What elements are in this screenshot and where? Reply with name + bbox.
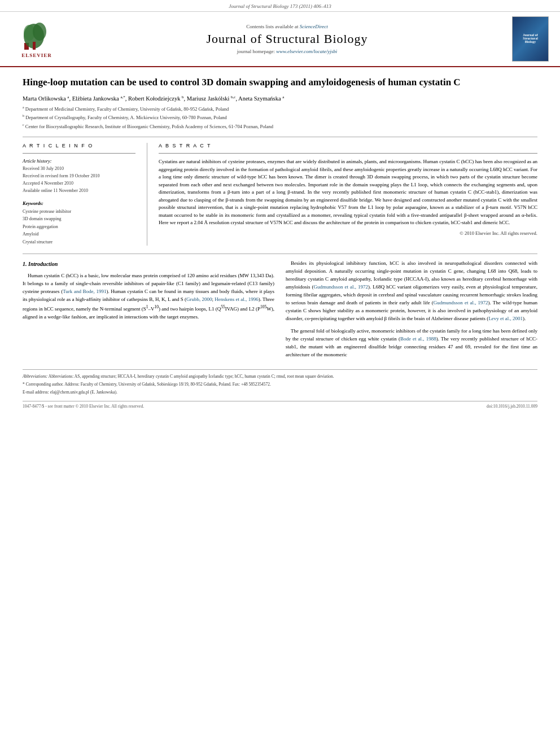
intro-right-paragraph-2: The general fold of biologically active,… <box>286 327 537 359</box>
article-history-label: Article history: <box>23 158 135 164</box>
authors-line: Marta Orlikowska a, Elżbieta Jankowska a… <box>23 94 537 102</box>
author-jankowska: Elżbieta Jankowska a,*, <box>72 95 127 102</box>
sciencedirect-link[interactable]: ScienceDirect <box>300 24 328 29</box>
svg-point-3 <box>33 23 46 41</box>
ref-grubb-2000[interactable]: Grubb, 2000 <box>186 296 212 302</box>
journal-cover-image: Journal ofStructuralBiology <box>512 16 549 62</box>
section-title: Introduction <box>28 261 58 267</box>
sciencedirect-line: Contents lists available at ScienceDirec… <box>70 24 504 29</box>
elsevier-brand-text: ELSEVIER <box>21 53 52 58</box>
abbreviations-text: Abbreviations: AS, appending structure; … <box>49 374 334 379</box>
keyword-5: Crystal structure <box>23 238 135 246</box>
keywords-section: Keywords: Cysteine protease inhibitor 3D… <box>23 200 135 246</box>
corresponding-text: * Corresponding author. Address: Faculty… <box>23 382 271 387</box>
intro-section: 1. Introduction Human cystatin C (hCC) i… <box>23 260 537 363</box>
ref-levy-2001[interactable]: Levy et al., 2001 <box>488 316 523 321</box>
abstract-heading: A B S T R A C T <box>159 143 537 148</box>
accepted-date: Accepted 4 November 2010 <box>23 180 135 187</box>
keywords-label: Keywords: <box>23 200 135 206</box>
article-info-column: A R T I C L E I N F O Article history: R… <box>23 143 135 246</box>
keyword-3: Protein aggregation <box>23 223 135 231</box>
cover-title: Journal ofStructuralBiology <box>523 33 538 43</box>
affiliation-b-text: Department of Crystallography, Faculty o… <box>25 115 227 120</box>
copyright-line: © 2010 Elsevier Inc. All rights reserved… <box>159 230 537 236</box>
author-orlikowska: Marta Orlikowska a, <box>23 95 71 102</box>
doi-line: doi:10.1016/j.jsb.2010.11.009 <box>487 404 537 409</box>
author-kolodziejczyk: Robert Kołodziejczyk b, <box>128 95 185 102</box>
vertical-divider <box>147 143 147 246</box>
ref-henskens[interactable]: Henskens et al., 1996 <box>215 296 258 302</box>
affiliation-b: b Department of Crystallography, Faculty… <box>23 113 537 121</box>
article-title: Hinge-loop mutation can be used to contr… <box>23 76 537 89</box>
homepage-link[interactable]: www.elsevier.com/locate/yjsbi <box>276 49 337 54</box>
footnote-abbreviations: Abbreviations: Abbreviations: AS, append… <box>23 373 537 379</box>
ref-gudmundsson-1972a[interactable]: Gudmundsson et al., 1972 <box>314 284 368 290</box>
author-szymanska: Aneta Szymańska a <box>238 95 284 102</box>
svg-rect-4 <box>33 42 36 50</box>
footnotes-area: Abbreviations: Abbreviations: AS, append… <box>23 369 537 396</box>
page-wrapper: Journal of Structural Biology 173 (2011)… <box>0 0 560 747</box>
divider-after-affiliations <box>23 137 537 137</box>
affiliation-a-text: Department of Medicinal Chemistry, Facul… <box>25 106 229 111</box>
abstract-column: A B S T R A C T Cystatins are natural in… <box>159 143 537 246</box>
author-jaskolski: Mariusz Jaskólski b,c, <box>187 95 237 102</box>
ref-turk-bode[interactable]: Turk and Bode, 1991 <box>63 289 106 294</box>
section-number: 1. <box>23 261 27 267</box>
elsevier-logo: ELSEVIER <box>11 20 62 58</box>
journal-reference: Journal of Structural Biology 173 (2011)… <box>229 3 331 9</box>
journal-header: ELSEVIER Contents lists available at Sci… <box>0 12 560 67</box>
email-text: E-mail address: elaj@chem.univ.gda.pl (E… <box>23 390 117 395</box>
article-info-abstract-row: A R T I C L E I N F O Article history: R… <box>23 143 537 246</box>
abstract-text: Cystatins are natural inhibitors of cyst… <box>159 158 537 227</box>
bottom-bar: 1047-8477/$ - see front matter © 2010 El… <box>23 401 537 409</box>
elsevier-tree-icon <box>21 20 53 51</box>
top-bar: Journal of Structural Biology 173 (2011)… <box>0 0 560 12</box>
issn-line: 1047-8477/$ - see front matter © 2010 El… <box>23 404 144 409</box>
available-date: Available online 11 November 2010 <box>23 187 135 195</box>
journal-homepage-line: journal homepage: www.elsevier.com/locat… <box>70 49 504 54</box>
affiliation-c-text: Center for Biocrystallographic Research,… <box>25 124 273 129</box>
keyword-2: 3D domain swapping <box>23 215 135 223</box>
intro-left-column: 1. Introduction Human cystatin C (hCC) i… <box>23 260 274 363</box>
footnote-corresponding: * Corresponding author. Address: Faculty… <box>23 381 537 387</box>
keywords-list: Cysteine protease inhibitor 3D domain sw… <box>23 208 135 246</box>
journal-center: Contents lists available at ScienceDirec… <box>70 24 504 54</box>
received-date: Received 30 July 2010 <box>23 165 135 173</box>
keyword-4: Amyloid <box>23 230 135 238</box>
article-dates: Received 30 July 2010 Received in revise… <box>23 165 135 194</box>
sciencedirect-prefix: Contents lists available at <box>246 24 298 29</box>
revised-date: Received in revised form 19 October 2010 <box>23 173 135 180</box>
intro-right-column: Besides its physiological inhibitory fun… <box>286 260 537 363</box>
affiliations: a Department of Medicinal Chemistry, Fac… <box>23 105 537 130</box>
main-content: Hinge-loop mutation can be used to contr… <box>0 67 560 418</box>
abstract-body: Cystatins are natural inhibitors of cyst… <box>159 159 537 225</box>
homepage-prefix: journal homepage: <box>237 49 276 54</box>
ref-gudmundsson-1972b[interactable]: Gudmundsson et al., 1972 <box>434 300 488 305</box>
intro-left-paragraph-1: Human cystatin C (hCC) is a basic, low m… <box>23 272 274 321</box>
abbreviations-label: Abbreviations: <box>23 374 47 379</box>
divider-before-intro <box>23 254 537 254</box>
footnote-email: E-mail address: elaj@chem.univ.gda.pl (E… <box>23 389 537 395</box>
journal-cover: Journal ofStructuralBiology <box>512 16 549 62</box>
intro-right-paragraph-1: Besides its physiological inhibitory fun… <box>286 260 537 323</box>
article-info-heading: A R T I C L E I N F O <box>23 143 135 148</box>
affiliation-c: c Center for Biocrystallographic Researc… <box>23 123 537 130</box>
ref-bode-1988[interactable]: Bode et al., 1988 <box>400 336 436 342</box>
abstract-divider <box>159 153 537 154</box>
affiliation-a: a Department of Medicinal Chemistry, Fac… <box>23 105 537 113</box>
journal-title-header: Journal of Structural Biology <box>70 32 504 46</box>
intro-heading: 1. Introduction <box>23 260 274 269</box>
keyword-1: Cysteine protease inhibitor <box>23 208 135 216</box>
info-divider <box>23 153 135 154</box>
